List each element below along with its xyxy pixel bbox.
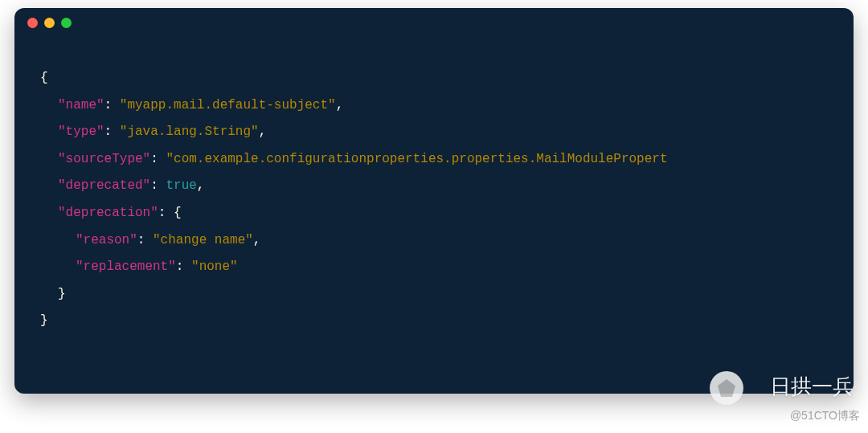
colon: :: [137, 233, 153, 247]
colon: :: [104, 125, 120, 139]
title-bar: [14, 8, 854, 37]
close-icon[interactable]: [27, 18, 38, 28]
comma: ,: [259, 125, 267, 139]
close-brace-inner: }: [58, 287, 66, 301]
json-key-deprecated: "deprecated": [58, 178, 150, 193]
maximize-icon[interactable]: [61, 18, 72, 28]
close-brace: }: [40, 313, 48, 328]
json-key-replacement: "replacement": [76, 259, 176, 274]
open-brace: {: [40, 71, 48, 85]
comma: ,: [253, 233, 261, 247]
minimize-icon[interactable]: [44, 18, 55, 28]
json-key-sourcetype: "sourceType": [58, 152, 150, 166]
json-value-replacement: "none": [191, 259, 238, 274]
terminal-window: { "name": "myapp.mail.default-subject", …: [14, 8, 854, 394]
json-key-deprecation: "deprecation": [58, 206, 158, 220]
colon-brace: : {: [158, 206, 182, 220]
json-value-deprecated: true: [166, 178, 196, 193]
watermark-logo-icon: [710, 371, 743, 405]
json-value-reason: "change name": [153, 233, 253, 247]
json-value-name: "myapp.mail.default-subject": [120, 98, 336, 112]
watermark-blog: @51CTO博客: [790, 409, 860, 423]
json-key-type: "type": [58, 125, 104, 139]
json-key-name: "name": [58, 98, 104, 112]
watermark-text: 日拱一兵: [770, 373, 854, 401]
colon: :: [150, 178, 166, 193]
comma: ,: [336, 98, 344, 112]
json-value-type: "java.lang.String": [120, 125, 259, 139]
comma: ,: [197, 178, 205, 193]
colon: :: [150, 152, 166, 166]
colon: :: [104, 98, 120, 112]
json-value-sourcetype: "com.example.configurationproperties.pro…: [166, 152, 667, 166]
colon: :: [176, 259, 191, 274]
code-block: { "name": "myapp.mail.default-subject", …: [14, 37, 854, 351]
json-key-reason: "reason": [76, 233, 137, 247]
